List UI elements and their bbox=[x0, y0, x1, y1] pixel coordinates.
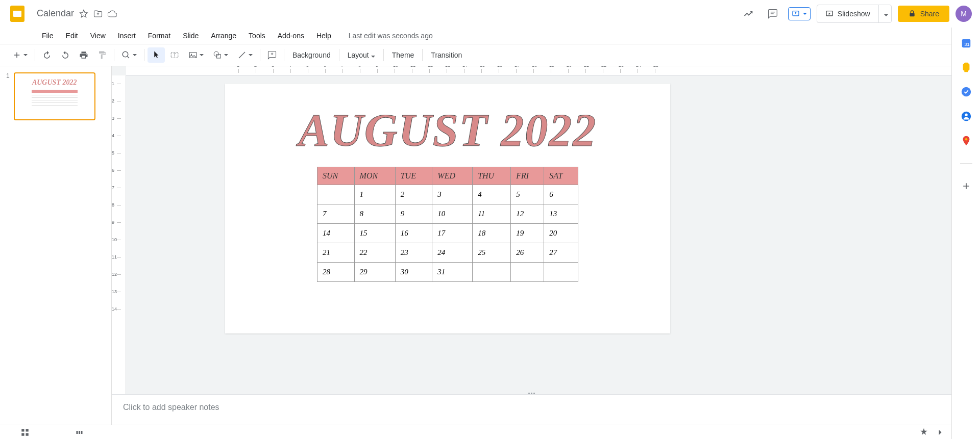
calendar-cell[interactable]: 20 bbox=[544, 224, 578, 243]
day-header[interactable]: THU bbox=[473, 167, 511, 185]
calendar-cell[interactable]: 23 bbox=[395, 243, 432, 263]
day-header[interactable]: FRI bbox=[511, 167, 544, 185]
chevron-right-icon[interactable] bbox=[935, 427, 945, 437]
ruler-tick: 9 bbox=[117, 222, 121, 240]
calendar-table[interactable]: SUNMONTUEWEDTHUFRISAT 123456789101112131… bbox=[317, 167, 578, 282]
ruler-tick: 5 bbox=[117, 153, 121, 170]
menu-view[interactable]: View bbox=[85, 30, 111, 42]
slide-title-text[interactable]: AUGUST 2022 bbox=[225, 104, 670, 157]
calendar-cell[interactable]: 9 bbox=[395, 204, 432, 224]
star-icon[interactable] bbox=[79, 9, 88, 18]
move-icon[interactable] bbox=[93, 9, 103, 18]
slide-thumbnail-1[interactable]: AUGUST 2022 bbox=[14, 72, 95, 120]
menu-arrange[interactable]: Arrange bbox=[206, 30, 241, 42]
day-header[interactable]: SUN bbox=[317, 167, 355, 185]
grid-view-icon[interactable] bbox=[20, 428, 30, 437]
calendar-cell[interactable]: 15 bbox=[354, 224, 395, 243]
calendar-cell[interactable]: 24 bbox=[432, 243, 473, 263]
calendar-cell[interactable]: 3 bbox=[432, 185, 473, 204]
calendar-cell[interactable]: 11 bbox=[473, 204, 511, 224]
calendar-cell[interactable]: 1 bbox=[354, 185, 395, 204]
undo-button[interactable] bbox=[38, 47, 56, 63]
textbox-tool[interactable]: T bbox=[166, 47, 183, 63]
calendar-cell[interactable]: 6 bbox=[544, 185, 578, 204]
calendar-cell[interactable]: 21 bbox=[317, 243, 355, 263]
calendar-cell[interactable]: 5 bbox=[511, 185, 544, 204]
contacts-addon-icon[interactable] bbox=[960, 110, 972, 122]
new-slide-button[interactable] bbox=[8, 47, 32, 63]
menu-insert[interactable]: Insert bbox=[113, 30, 141, 42]
slideshow-dropdown[interactable] bbox=[878, 5, 891, 22]
calendar-cell[interactable]: 31 bbox=[432, 263, 473, 282]
calendar-cell[interactable]: 26 bbox=[511, 243, 544, 263]
menu-addons[interactable]: Add-ons bbox=[273, 30, 309, 42]
calendar-cell[interactable]: 2 bbox=[395, 185, 432, 204]
day-header[interactable]: WED bbox=[432, 167, 473, 185]
calendar-cell[interactable]: 4 bbox=[473, 185, 511, 204]
calendar-cell[interactable] bbox=[473, 263, 511, 282]
calendar-cell[interactable]: 12 bbox=[511, 204, 544, 224]
cloud-status-icon[interactable] bbox=[108, 9, 117, 18]
slideshow-button[interactable]: Slideshow bbox=[817, 5, 878, 22]
select-tool[interactable] bbox=[148, 47, 165, 63]
comment-tool[interactable] bbox=[263, 47, 281, 63]
calendar-cell[interactable]: 7 bbox=[317, 204, 355, 224]
last-edit-link[interactable]: Last edit was seconds ago bbox=[349, 32, 433, 40]
slide-canvas[interactable]: AUGUST 2022 SUNMONTUEWEDTHUFRISAT 123456… bbox=[225, 84, 670, 333]
calendar-cell[interactable]: 14 bbox=[317, 224, 355, 243]
calendar-cell[interactable]: 13 bbox=[544, 204, 578, 224]
paint-format-button[interactable] bbox=[93, 47, 111, 63]
menu-slide[interactable]: Slide bbox=[178, 30, 204, 42]
calendar-cell[interactable]: 30 bbox=[395, 263, 432, 282]
calendar-cell[interactable] bbox=[317, 185, 355, 204]
calendar-cell[interactable]: 19 bbox=[511, 224, 544, 243]
print-button[interactable] bbox=[75, 47, 92, 63]
layout-button[interactable]: Layout bbox=[342, 48, 380, 62]
calendar-cell[interactable]: 16 bbox=[395, 224, 432, 243]
speaker-notes[interactable]: Click to add speaker notes bbox=[112, 394, 951, 425]
transition-button[interactable]: Transition bbox=[426, 48, 467, 62]
shape-tool[interactable] bbox=[209, 47, 232, 63]
menu-help[interactable]: Help bbox=[311, 30, 336, 42]
day-header[interactable]: MON bbox=[354, 167, 395, 185]
present-to-meeting-button[interactable] bbox=[788, 7, 811, 20]
calendar-cell[interactable]: 17 bbox=[432, 224, 473, 243]
theme-button[interactable]: Theme bbox=[387, 48, 420, 62]
redo-button[interactable] bbox=[57, 47, 74, 63]
share-button[interactable]: Share bbox=[898, 6, 949, 22]
account-avatar[interactable]: M bbox=[955, 6, 972, 22]
calendar-addon-icon[interactable]: 31 bbox=[960, 37, 972, 49]
calendar-cell[interactable]: 25 bbox=[473, 243, 511, 263]
calendar-cell[interactable]: 10 bbox=[432, 204, 473, 224]
menu-format[interactable]: Format bbox=[143, 30, 176, 42]
calendar-cell[interactable]: 18 bbox=[473, 224, 511, 243]
document-title[interactable]: Calendar bbox=[37, 8, 74, 19]
notes-resize-grip[interactable] bbox=[526, 393, 538, 397]
activity-icon[interactable] bbox=[739, 5, 757, 23]
menu-edit[interactable]: Edit bbox=[61, 30, 83, 42]
calendar-cell[interactable]: 28 bbox=[317, 263, 355, 282]
comments-icon[interactable] bbox=[764, 5, 782, 23]
calendar-cell[interactable]: 29 bbox=[354, 263, 395, 282]
day-header[interactable]: TUE bbox=[395, 167, 432, 185]
add-addon-icon[interactable] bbox=[960, 180, 972, 192]
ruler-tick: 2 bbox=[256, 69, 273, 73]
slides-logo[interactable] bbox=[8, 5, 27, 23]
calendar-cell[interactable] bbox=[511, 263, 544, 282]
line-tool[interactable] bbox=[233, 47, 257, 63]
calendar-cell[interactable]: 8 bbox=[354, 204, 395, 224]
menu-tools[interactable]: Tools bbox=[243, 30, 271, 42]
explore-icon[interactable] bbox=[919, 427, 929, 437]
image-tool[interactable] bbox=[184, 47, 208, 63]
calendar-cell[interactable]: 22 bbox=[354, 243, 395, 263]
maps-addon-icon[interactable] bbox=[960, 135, 972, 147]
menu-file[interactable]: File bbox=[37, 30, 59, 42]
zoom-button[interactable] bbox=[117, 47, 141, 63]
background-button[interactable]: Background bbox=[287, 48, 336, 62]
calendar-cell[interactable]: 27 bbox=[544, 243, 578, 263]
filmstrip-view-icon[interactable] bbox=[76, 428, 85, 437]
keep-addon-icon[interactable] bbox=[960, 61, 972, 73]
tasks-addon-icon[interactable] bbox=[960, 86, 972, 98]
day-header[interactable]: SAT bbox=[544, 167, 578, 185]
calendar-cell[interactable] bbox=[544, 263, 578, 282]
